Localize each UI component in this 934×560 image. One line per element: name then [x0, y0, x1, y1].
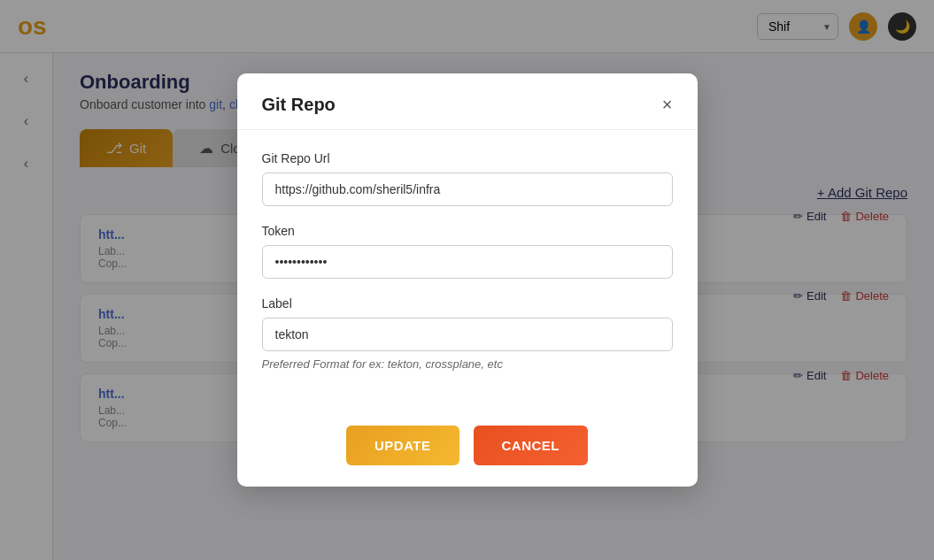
modal-footer: UPDATE CANCEL: [237, 411, 698, 487]
modal-body: Git Repo Url Token Label Preferred Forma…: [237, 130, 698, 411]
modal-overlay: Git Repo × Git Repo Url Token Label Pref…: [0, 0, 934, 560]
modal-close-button[interactable]: ×: [662, 96, 673, 113]
git-repo-modal: Git Repo × Git Repo Url Token Label Pref…: [237, 73, 698, 487]
update-button[interactable]: UPDATE: [346, 426, 459, 465]
cancel-button[interactable]: CANCEL: [474, 426, 589, 465]
label-input[interactable]: [262, 318, 673, 351]
label-form-group: Label Preferred Format for ex: tekton, c…: [262, 296, 673, 372]
label-field-label: Label: [262, 296, 673, 311]
token-field-label: Token: [262, 224, 673, 238]
url-input[interactable]: [262, 173, 673, 206]
token-input[interactable]: [262, 245, 673, 279]
modal-header: Git Repo ×: [237, 73, 698, 130]
label-hint: Preferred Format for ex: tekton, crosspl…: [262, 357, 673, 372]
token-form-group: Token: [262, 224, 673, 279]
modal-title: Git Repo: [262, 95, 336, 115]
url-field-label: Git Repo Url: [262, 151, 673, 165]
url-form-group: Git Repo Url: [262, 151, 673, 206]
